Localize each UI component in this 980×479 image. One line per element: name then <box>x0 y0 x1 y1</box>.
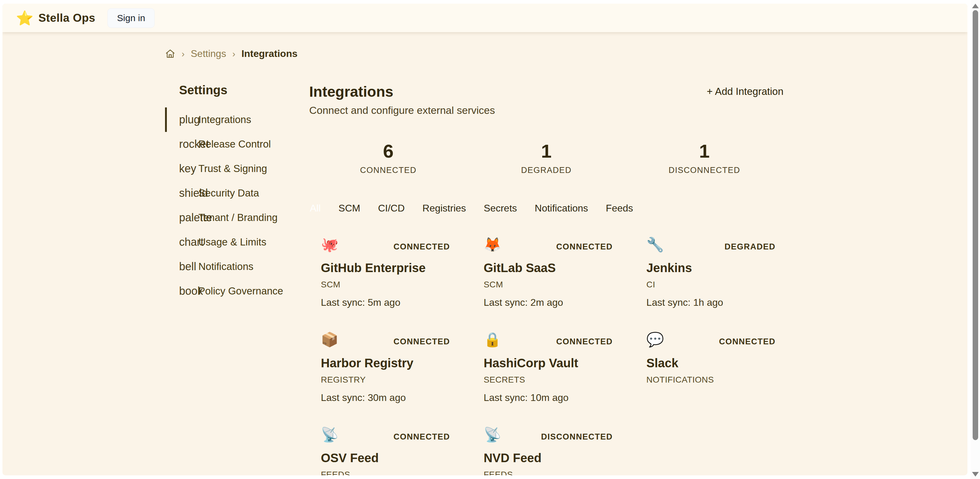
breadcrumb-separator: › <box>232 49 235 59</box>
status-badge: CONNECTED <box>556 242 613 251</box>
tab-all[interactable]: All <box>309 200 321 216</box>
breadcrumb-settings-link[interactable]: Settings <box>191 48 226 59</box>
integration-name: Slack <box>646 356 775 370</box>
card-top: 💬CONNECTED <box>646 332 775 347</box>
integration-name: NVD Feed <box>484 451 613 465</box>
stat-label: DISCONNECTED <box>625 166 783 175</box>
page-column: › Settings › Integrations Settings plugI… <box>165 48 783 475</box>
scrollbar[interactable] <box>971 0 980 479</box>
satellite-icon: 📡 <box>321 427 338 442</box>
sign-in-button[interactable]: Sign in <box>107 8 154 28</box>
status-badge: CONNECTED <box>393 432 450 442</box>
integration-type: FEEDS <box>484 470 613 475</box>
sidebar-item-integrations[interactable]: plugIntegrations <box>165 107 294 132</box>
integration-name: HashiCorp Vault <box>484 356 613 370</box>
top-bar: ⭐ Stella Ops Sign in <box>2 4 967 32</box>
add-integration-button[interactable]: + Add Integration <box>707 86 783 97</box>
stat-disconnected: 1DISCONNECTED <box>625 140 783 175</box>
page-title: Integrations <box>309 83 495 100</box>
integration-card-slack[interactable]: 💬CONNECTEDSlackNOTIFICATIONS <box>635 332 783 403</box>
status-badge: CONNECTED <box>393 242 450 251</box>
bell-icon: bell <box>179 260 198 273</box>
tab-scm[interactable]: SCM <box>338 200 361 216</box>
key-icon: key <box>179 162 198 175</box>
sidebar-item-label: Trust & Signing <box>198 163 267 175</box>
integrations-grid: 🐙CONNECTEDGitHub EnterpriseSCMLast sync:… <box>309 237 783 475</box>
integration-name: Harbor Registry <box>321 356 450 370</box>
satellite-icon: 📡 <box>484 427 501 442</box>
sidebar-nav-list: plugIntegrationsrocketRelease Controlkey… <box>165 107 294 303</box>
main-panel: Integrations Connect and configure exter… <box>309 83 783 475</box>
app-name: Stella Ops <box>38 12 95 24</box>
sidebar-item-label: Notifications <box>198 261 253 272</box>
card-top: 📡CONNECTED <box>321 427 450 442</box>
page-subtitle: Connect and configure external services <box>309 104 495 116</box>
integration-card-gitlab-saas[interactable]: 🦊CONNECTEDGitLab SaaSSCMLast sync: 2m ag… <box>472 237 621 308</box>
integration-type: SECRETS <box>484 375 613 385</box>
last-sync: Last sync: 30m ago <box>321 392 450 403</box>
stat-value: 1 <box>625 140 783 162</box>
stats-row: 6CONNECTED1DEGRADED1DISCONNECTED <box>309 140 783 175</box>
integration-card-harbor-registry[interactable]: 📦CONNECTEDHarbor RegistryREGISTRYLast sy… <box>309 332 458 403</box>
tab-registries[interactable]: Registries <box>422 200 466 216</box>
integration-type: CI <box>646 280 775 290</box>
fox-icon: 🦊 <box>484 237 501 252</box>
sidebar-item-notifications[interactable]: bellNotifications <box>165 255 294 279</box>
integration-card-github-enterprise[interactable]: 🐙CONNECTEDGitHub EnterpriseSCMLast sync:… <box>309 237 458 308</box>
shield-icon: shield <box>179 187 198 200</box>
integration-card-hashicorp-vault[interactable]: 🔒CONNECTEDHashiCorp VaultSECRETSLast syn… <box>472 332 621 403</box>
title-block: Integrations Connect and configure exter… <box>309 83 495 116</box>
integration-type: NOTIFICATIONS <box>646 375 775 385</box>
last-sync: Last sync: 10m ago <box>484 392 613 403</box>
card-top: 📦CONNECTED <box>321 332 450 347</box>
integration-card-nvd-feed[interactable]: 📡DISCONNECTEDNVD FeedFEEDS <box>472 427 621 475</box>
sidebar-item-label: Integrations <box>198 114 251 126</box>
sidebar-item-release-control[interactable]: rocketRelease Control <box>165 132 294 156</box>
scrollbar-up-icon[interactable] <box>972 4 979 8</box>
card-top: 📡DISCONNECTED <box>484 427 613 442</box>
tab-secrets[interactable]: Secrets <box>483 200 517 216</box>
lock-icon: 🔒 <box>484 332 501 347</box>
stat-degraded: 1DEGRADED <box>467 140 625 175</box>
scrollbar-down-icon[interactable] <box>972 472 979 477</box>
sidebar-item-tenant-branding[interactable]: paletteTenant / Branding <box>165 205 294 230</box>
sidebar-item-policy-governance[interactable]: bookPolicy Governance <box>165 279 294 303</box>
last-sync: Last sync: 2m ago <box>484 297 613 308</box>
sidebar-item-usage-limits[interactable]: chartUsage & Limits <box>165 230 294 255</box>
card-top: 🦊CONNECTED <box>484 237 613 252</box>
stat-connected: 6CONNECTED <box>309 140 467 175</box>
octopus-icon: 🐙 <box>321 237 338 252</box>
status-badge: CONNECTED <box>393 337 450 347</box>
integration-name: Jenkins <box>646 261 775 275</box>
integration-card-osv-feed[interactable]: 📡CONNECTEDOSV FeedFEEDSLast sync: 1h ago <box>309 427 458 475</box>
tab-feeds[interactable]: Feeds <box>605 200 634 216</box>
main-header: Integrations Connect and configure exter… <box>309 83 783 116</box>
package-icon: 📦 <box>321 332 338 347</box>
app-panel: ⭐ Stella Ops Sign in › Settings › Integr… <box>2 4 967 475</box>
integration-type: REGISTRY <box>321 375 450 385</box>
card-top: 🔒CONNECTED <box>484 332 613 347</box>
status-badge: DISCONNECTED <box>541 432 612 442</box>
status-badge: DEGRADED <box>724 242 775 251</box>
integration-name: GitHub Enterprise <box>321 261 450 275</box>
sidebar-item-trust-signing[interactable]: keyTrust & Signing <box>165 156 294 181</box>
stat-value: 1 <box>467 140 625 162</box>
integration-card-jenkins[interactable]: 🔧DEGRADEDJenkinsCILast sync: 1h ago <box>635 237 783 308</box>
scrollbar-thumb[interactable] <box>973 10 978 440</box>
book-icon: book <box>179 285 198 298</box>
card-top: 🔧DEGRADED <box>646 237 775 252</box>
sidebar-item-security-data[interactable]: shieldSecurity Data <box>165 181 294 205</box>
sidebar-item-label: Usage & Limits <box>198 236 266 248</box>
category-tabs: AllSCMCI/CDRegistriesSecretsNotification… <box>309 200 783 216</box>
tab-ci-cd[interactable]: CI/CD <box>377 200 405 216</box>
stat-label: CONNECTED <box>309 166 467 175</box>
home-icon[interactable] <box>165 49 175 59</box>
stat-label: DEGRADED <box>467 166 625 175</box>
star-mascot-icon: ⭐ <box>16 11 33 25</box>
tab-notifications[interactable]: Notifications <box>534 200 589 216</box>
breadcrumb: › Settings › Integrations <box>165 48 783 59</box>
sidebar-item-label: Tenant / Branding <box>198 212 278 223</box>
stat-value: 6 <box>309 140 467 162</box>
integration-type: FEEDS <box>321 470 450 475</box>
sidebar-title: Settings <box>165 83 294 97</box>
